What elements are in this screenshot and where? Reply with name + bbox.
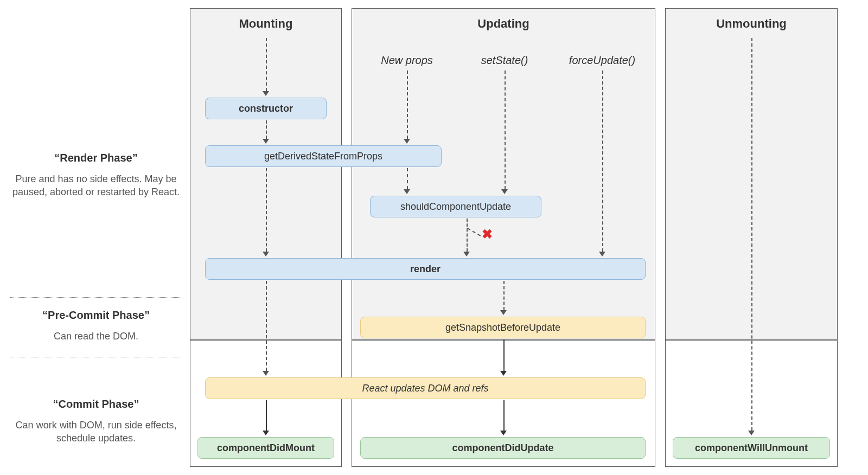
x-icon: ✖ <box>482 227 493 242</box>
arrow-setstate-1 <box>505 70 506 189</box>
box-constructor: constructor <box>205 98 327 119</box>
divider-2 <box>10 357 182 357</box>
arrowhead-unmount <box>748 431 755 435</box>
arrowhead-mount-5 <box>263 431 269 435</box>
arrowhead-mount-4 <box>263 371 269 376</box>
arrow-unmount <box>751 38 752 431</box>
arrow-render-snapshot <box>503 281 505 310</box>
arrowhead-setstate-1 <box>501 189 508 194</box>
arrowhead-mount-1 <box>263 91 269 96</box>
arrow-newprops-1 <box>407 70 408 139</box>
phase-render-desc: Pure and has no side effects. May be pau… <box>10 172 182 199</box>
lifecycle-diagram: “Render Phase” Pure and has no side effe… <box>0 0 868 475</box>
arrow-mount-2 <box>266 120 267 139</box>
trigger-newprops: New props <box>361 54 453 67</box>
box-componentdidmount: componentDidMount <box>197 437 334 459</box>
arrowhead-mount-3 <box>263 252 269 256</box>
arrow-forceupdate-1 <box>602 70 603 252</box>
col-mounting-header: Mounting <box>190 8 342 38</box>
arrow-newprops-2 <box>407 168 408 189</box>
col-unmounting-header: Unmounting <box>665 8 838 38</box>
trigger-setstate: setState() <box>458 54 551 67</box>
phase-precommit-desc: Can read the DOM. <box>10 330 182 343</box>
arrowhead-forceupdate-1 <box>599 252 605 256</box>
arrow-mount-5 <box>266 400 267 431</box>
box-componentwillunmount: componentWillUnmount <box>673 437 830 459</box>
phase-commit-desc: Can work with DOM, run side effects, sch… <box>10 419 182 445</box>
trigger-forceupdate: forceUpdate() <box>556 54 648 67</box>
arrowhead-newprops-1 <box>404 139 410 144</box>
arrowhead-render-snapshot <box>500 310 507 315</box>
arrowhead-mount-2 <box>263 139 269 144</box>
arrow-mount-1 <box>266 38 267 91</box>
box-render: render <box>205 258 646 280</box>
box-componentdidupdate: componentDidUpdate <box>360 437 646 459</box>
arrowhead-scu-render <box>463 252 470 256</box>
arrowhead-domupdate-didupdate <box>500 431 507 435</box>
box-getsnapshotbeforeupdate: getSnapshotBeforeUpdate <box>360 317 646 338</box>
box-react-updates-dom: React updates DOM and refs <box>205 377 646 399</box>
divider-1 <box>10 297 182 298</box>
phase-commit-title: “Commit Phase” <box>10 398 182 410</box>
arrow-mount-3 <box>266 168 267 252</box>
phase-precommit-title: “Pre-Commit Phase” <box>10 309 182 322</box>
arrowhead-snapshot-domupdate <box>500 371 507 376</box>
phase-render-title: “Render Phase” <box>10 152 182 164</box>
box-shouldcomponentupdate: shouldComponentUpdate <box>370 196 541 217</box>
arrowhead-newprops-2 <box>404 189 410 194</box>
arrow-snapshot-domupdate <box>503 339 505 371</box>
box-getderivedstatefromprops: getDerivedStateFromProps <box>205 145 442 167</box>
col-updating-header: Updating <box>352 8 655 38</box>
arrow-domupdate-didupdate <box>503 400 505 431</box>
arrow-mount-4 <box>266 281 267 371</box>
